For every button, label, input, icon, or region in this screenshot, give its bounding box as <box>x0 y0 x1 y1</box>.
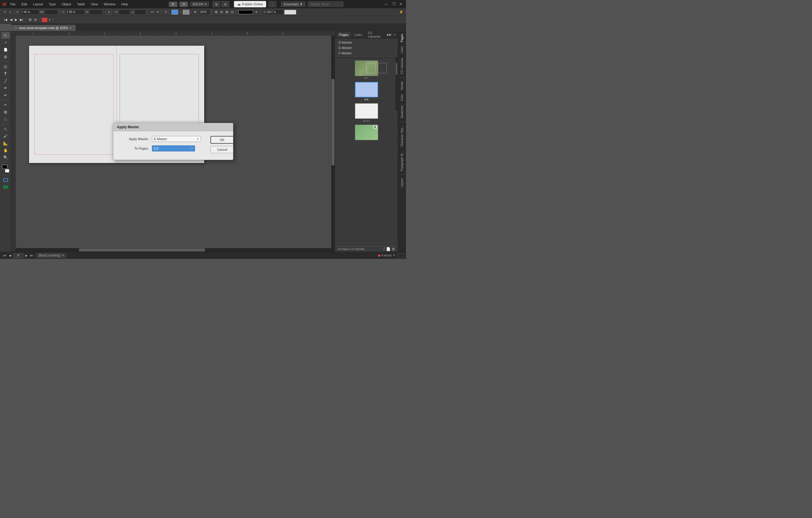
panel-vscroll-thumb[interactable] <box>396 63 397 75</box>
prev-page-btn[interactable]: ◀ <box>8 254 12 257</box>
lightning-icon[interactable]: ⚡ <box>398 10 404 14</box>
shear-field[interactable] <box>135 9 146 15</box>
panel-more-icon[interactable]: ▶▶ <box>386 32 393 37</box>
type-tool-btn[interactable]: T <box>1 70 10 77</box>
publish-online-button[interactable]: ☁ Publish Online <box>234 1 266 7</box>
last-frame-btn[interactable]: ▶| <box>19 18 24 22</box>
ok-button[interactable]: OK <box>210 136 233 144</box>
next-frame-btn[interactable]: ▶ <box>14 18 18 22</box>
d-master-item[interactable]: D-Master <box>335 40 398 45</box>
undo-btn[interactable]: ↩ <box>150 10 155 14</box>
align4-icon[interactable]: ⊡ <box>230 10 234 14</box>
maximize-button[interactable]: ❐ <box>391 2 397 6</box>
e-master-item[interactable]: E-Master <box>335 45 398 51</box>
f-master-item[interactable]: F-Master <box>335 51 398 56</box>
opacity-field[interactable] <box>198 9 210 15</box>
fx-btn[interactable]: fx <box>193 10 197 14</box>
close-button[interactable]: ✕ <box>398 2 404 6</box>
panel-swatches-item[interactable]: Swatches <box>399 104 405 120</box>
preflight-icon[interactable] <box>398 254 404 258</box>
hand-tool-btn[interactable]: ✋ <box>1 147 10 153</box>
select-tool-icon[interactable]: ↖ <box>3 10 7 14</box>
zoom-control[interactable]: 103.5% ▼ <box>190 2 209 6</box>
pen-tool-btn[interactable]: ✒ <box>1 85 10 91</box>
menu-help[interactable]: Help <box>120 2 129 6</box>
first-page-btn[interactable]: ⏮ <box>2 254 7 257</box>
rect-tool-btn[interactable]: □ <box>1 116 10 122</box>
minimize-button[interactable]: — <box>383 2 389 6</box>
panel-vscroll[interactable] <box>395 57 398 110</box>
rotation-field[interactable] <box>118 9 130 15</box>
sync-button[interactable]: ↕ <box>269 1 276 7</box>
redo-btn[interactable]: ↪ <box>155 10 160 14</box>
measure-tool-btn[interactable]: 📐 <box>1 140 10 146</box>
fill-color-box[interactable] <box>172 10 178 15</box>
spread-8-9[interactable]: 8-9 <box>355 82 378 101</box>
line-tool-btn[interactable]: ╱ <box>1 78 10 84</box>
align2-icon[interactable]: ⊟ <box>219 10 224 14</box>
x-field[interactable] <box>20 9 39 15</box>
panel-cc-libraries-item[interactable]: CC Libraries <box>399 56 405 76</box>
menu-file[interactable]: File <box>9 2 17 6</box>
page-tool-btn[interactable]: 📄 <box>1 46 10 53</box>
content-tool-btn[interactable]: ⊡ <box>1 63 10 70</box>
tab-cc-libraries[interactable]: CC Libraries <box>366 30 385 39</box>
menu-type[interactable]: Type <box>48 2 57 6</box>
page-number-input[interactable] <box>13 253 24 258</box>
tab-document[interactable]: ✕ ness book-template.indd @ 103% ✕ <box>11 25 76 31</box>
background-color[interactable] <box>5 169 9 172</box>
tab-pages[interactable]: Pages <box>337 32 351 37</box>
menu-edit[interactable]: Edit <box>20 2 28 6</box>
transform-tool-btn[interactable]: ⤡ <box>1 125 10 132</box>
view-mode-btn2[interactable]: ⊟ <box>222 1 229 7</box>
align3-icon[interactable]: ⊠ <box>225 10 229 14</box>
menu-window[interactable]: Window <box>103 2 117 6</box>
first-frame-btn[interactable]: |◀ <box>3 18 8 22</box>
rect-frame-tool-btn[interactable]: ⊠ <box>1 109 10 115</box>
spacing-icon[interactable]: ⊠ <box>28 18 32 22</box>
panel-menu-icon[interactable]: ≡ <box>393 32 396 37</box>
stock-button[interactable]: St <box>179 2 187 7</box>
menu-view[interactable]: View <box>90 2 99 6</box>
selection-tool-btn[interactable]: ↖ <box>1 32 10 38</box>
prev-frame-btn[interactable]: ◀ <box>9 18 13 22</box>
essentials-button[interactable]: Essentials ▼ <box>281 1 306 7</box>
view-mode-btn1[interactable]: ⊞ <box>212 1 220 7</box>
spacing2-icon[interactable]: ⊟ <box>33 18 38 22</box>
align-icon[interactable]: ⊞ <box>214 10 219 14</box>
foreground-color[interactable] <box>2 165 7 169</box>
panel-color-item[interactable]: Color <box>399 92 405 103</box>
gap-tool-btn[interactable]: ⊞ <box>1 53 10 60</box>
menu-object[interactable]: Object <box>61 2 72 6</box>
panel-links-item[interactable]: Links <box>399 45 405 55</box>
layout-dropdown[interactable]: [Basic] (working) ▼ <box>36 253 66 258</box>
new-page-icon[interactable]: 📄 <box>386 247 390 251</box>
spread-last[interactable]: A <box>355 125 378 140</box>
panel-char-style-item[interactable]: Character Styl... <box>399 124 405 149</box>
last-page-btn[interactable]: ⏭ <box>29 254 34 257</box>
pages-panel-scroll[interactable]: D-Master E-Master F-Master <box>335 38 398 246</box>
normal-mode-btn[interactable] <box>1 177 10 183</box>
pencil-tool-btn[interactable]: ✏ <box>1 92 10 98</box>
stroke-width-field[interactable] <box>263 9 284 15</box>
direct-select-icon[interactable]: ↖ <box>8 10 12 14</box>
delete-page-icon[interactable]: 🗑 <box>392 247 395 251</box>
error-indicator[interactable]: 4 errors ▼ <box>378 254 395 257</box>
text-frame-icon[interactable]: T <box>164 10 168 14</box>
bridge-button[interactable]: Br <box>169 2 177 7</box>
scissors-tool-btn[interactable]: ✂ <box>1 102 10 108</box>
menu-table[interactable]: Table <box>76 2 86 6</box>
spread-10-11[interactable]: 10-11 <box>355 103 378 122</box>
tab-links[interactable]: Links <box>352 32 365 37</box>
tab-close-icon[interactable]: ✕ <box>15 26 17 29</box>
eyedropper-tool-btn[interactable]: 🖋 <box>1 133 10 139</box>
panel-layers-item[interactable]: Layers <box>399 177 405 189</box>
panel-stroke-item[interactable]: Stroke <box>399 80 405 92</box>
apply-master-select[interactable]: None A-Master B-Master C-Master D-Master… <box>152 136 201 142</box>
y-field[interactable] <box>65 9 85 15</box>
preview-mode-btn[interactable] <box>1 184 10 190</box>
w-field[interactable] <box>45 9 58 15</box>
panel-para-style-item[interactable]: Paragraph St... <box>399 149 405 173</box>
search-input[interactable] <box>308 1 343 7</box>
constrain-proportions-btn[interactable]: 8 <box>106 9 112 15</box>
